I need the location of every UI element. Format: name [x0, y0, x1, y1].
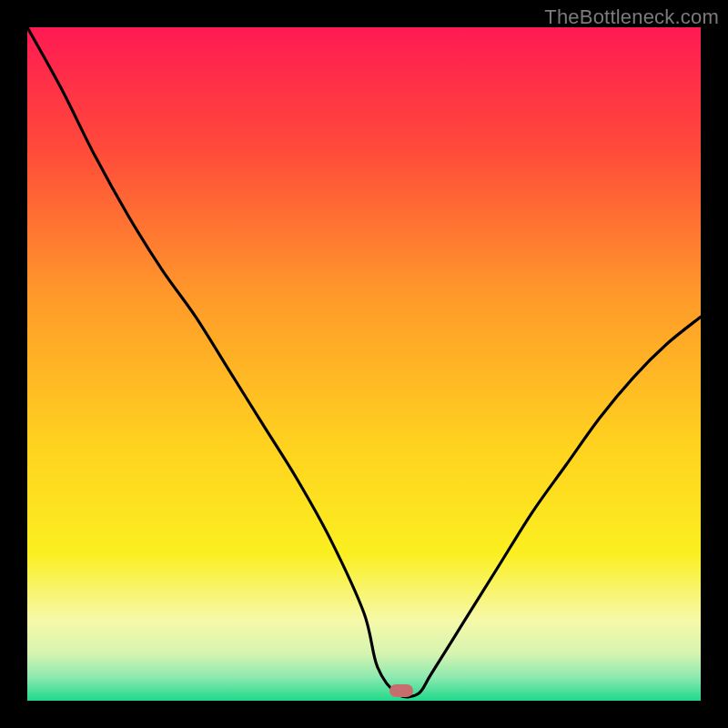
watermark-text: TheBottleneck.com	[544, 5, 719, 29]
bottleneck-curve	[27, 27, 701, 697]
optimal-point-marker	[389, 684, 413, 697]
chart-container: TheBottleneck.com	[0, 0, 728, 728]
plot-area	[27, 27, 701, 701]
curve-layer	[27, 27, 701, 701]
